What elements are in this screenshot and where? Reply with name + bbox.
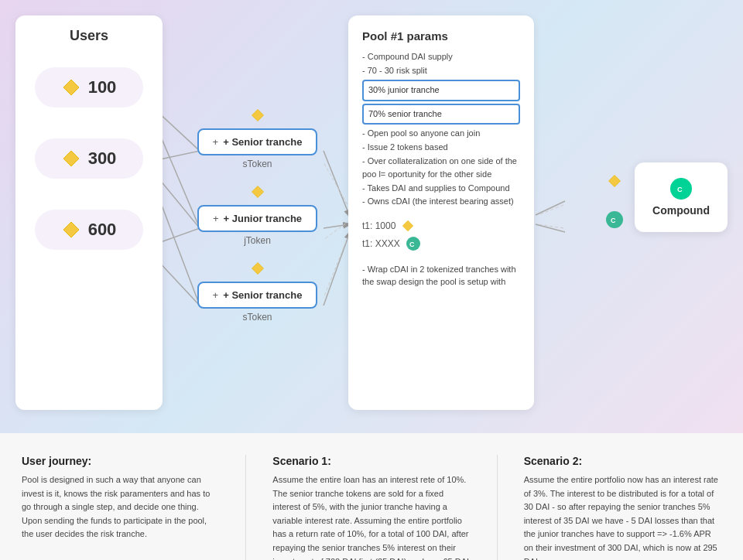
diamond-icon-300 xyxy=(62,149,80,168)
svg-marker-23 xyxy=(403,220,413,230)
scenario2-title: Scenario 2: xyxy=(524,455,721,467)
senior-tranche-top: + + Senior tranche xyxy=(197,128,317,155)
svg-line-9 xyxy=(324,232,350,306)
tranche-diamond-2 xyxy=(251,185,265,199)
pool-param-issue: - Issue 2 tokens based xyxy=(362,141,520,155)
user-amount-100: 100 xyxy=(88,77,117,97)
pool-param-open: - Open pool so anyone can join xyxy=(362,127,520,141)
svg-line-16 xyxy=(538,224,563,228)
senior-tranche-top-token: sToken xyxy=(242,159,272,169)
scenario1-text: Assume the entire loan has an interest r… xyxy=(272,473,470,560)
user-journey-title: User journey: xyxy=(22,455,219,467)
pool-param-supply: - Compound DAI supply xyxy=(362,50,520,64)
svg-marker-20 xyxy=(252,110,263,121)
divider-2 xyxy=(497,455,498,560)
pool-param-owns: - Owns cDAI (the interest bearing asset) xyxy=(362,195,520,209)
tranches-area: + + Senior tranche sToken + + Junior tra… xyxy=(197,108,317,323)
svg-marker-25 xyxy=(609,176,621,187)
bottom-section: User journey: Pool is designed in such a… xyxy=(0,433,743,560)
t1-1000-label: t1: 1000 xyxy=(362,220,395,231)
compound-box: C Compound xyxy=(635,162,728,232)
compound-name: Compound xyxy=(652,204,710,217)
user-amount-600: 600 xyxy=(88,220,117,240)
scenario2-text: Assume the entire portfolio now has an i… xyxy=(524,473,721,560)
pool-highlight-junior: 30% junior tranche xyxy=(362,80,520,101)
t1-diamond-gold xyxy=(402,220,414,232)
t1-row-1000: t1: 1000 xyxy=(362,220,520,232)
pool-panel: Pool #1 params - Compound DAI supply - 7… xyxy=(348,15,534,410)
pool-highlight-senior: 70% senior tranche xyxy=(362,104,520,125)
svg-marker-19 xyxy=(63,222,79,237)
pool-param-collateral: - Over collateralization on one side of … xyxy=(362,155,520,182)
user-journey-col: User journey: Pool is designed in such a… xyxy=(22,455,219,560)
svg-text:C: C xyxy=(611,217,616,224)
scenario1-title: Scenario 1: xyxy=(272,455,470,467)
user-100: 100 xyxy=(35,67,143,108)
svg-line-15 xyxy=(538,205,563,215)
compound-logo: C xyxy=(670,178,692,200)
diamond-icon-100 xyxy=(62,78,80,97)
scenario1-col: Scenario 1: Assume the entire loan has a… xyxy=(272,455,470,560)
t1-row-xxxx: t1: XXXX C xyxy=(362,237,520,251)
connector-cdai: C xyxy=(606,211,623,228)
user-journey-text: Pool is designed in such a way that anyo… xyxy=(22,473,219,541)
connector-diamond-gold xyxy=(608,174,621,188)
svg-text:C: C xyxy=(409,241,415,248)
t1-xxxx-label: t1: XXXX xyxy=(362,238,400,249)
svg-line-12 xyxy=(324,232,350,298)
svg-line-11 xyxy=(324,220,350,240)
svg-line-13 xyxy=(536,201,565,215)
junior-tranche-label: + Junior tranche xyxy=(224,213,303,224)
svg-line-10 xyxy=(324,162,350,209)
divider-1 xyxy=(245,455,246,560)
junior-tranche: + + Junior tranche xyxy=(197,205,317,232)
pool-title: Pool #1 params xyxy=(362,29,520,43)
svg-marker-17 xyxy=(63,80,79,95)
wrap-text: - Wrap cDAI in 2 tokenized tranches with… xyxy=(362,263,520,289)
svg-marker-18 xyxy=(63,151,79,166)
tranche-diamond-1 xyxy=(251,108,265,122)
cdai-icon: C xyxy=(406,237,420,251)
users-panel: Users 100 300 600 xyxy=(15,15,163,410)
senior-tranche-top-label: + Senior tranche xyxy=(223,136,302,148)
senior-tranche-bottom: + + Senior tranche xyxy=(197,282,317,309)
junior-tranche-token: jToken xyxy=(244,235,271,246)
user-amount-300: 300 xyxy=(88,149,117,169)
users-title: Users xyxy=(70,28,108,44)
senior-tranche-bottom-token: sToken xyxy=(242,312,272,323)
diamond-icon-600 xyxy=(62,220,80,239)
connector-area: C xyxy=(606,174,623,228)
scenario2-col: Scenario 2: Assume the entire portfolio … xyxy=(524,455,721,560)
tranche-diamond-3 xyxy=(251,261,265,275)
pool-params-list: - Compound DAI supply - 70 - 30 risk spl… xyxy=(362,50,520,209)
pool-param-split: - 70 - 30 risk split xyxy=(362,64,520,78)
svg-line-7 xyxy=(324,151,350,217)
pool-param-takes: - Takes DAI and supplies to Compound xyxy=(362,182,520,196)
user-600: 600 xyxy=(35,210,143,250)
svg-marker-22 xyxy=(252,263,263,275)
svg-line-8 xyxy=(324,224,350,228)
svg-marker-21 xyxy=(252,186,263,198)
user-300: 300 xyxy=(35,138,143,179)
svg-text:C: C xyxy=(677,186,683,193)
main-diagram-area: Users 100 300 600 xyxy=(0,0,743,433)
senior-tranche-bottom-label: + Senior tranche xyxy=(223,289,302,301)
svg-line-14 xyxy=(536,224,565,232)
